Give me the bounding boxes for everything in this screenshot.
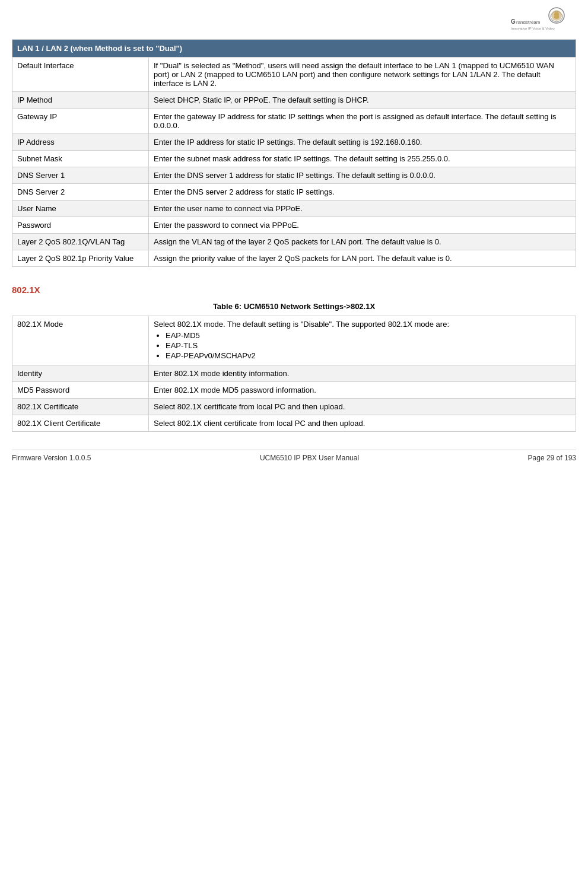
row-label: Layer 2 QoS 802.1p Priority Value xyxy=(12,250,149,267)
list-item: EAP-PEAPv0/MSCHAPv2 xyxy=(166,351,571,360)
row-label: 802.1X Certificate xyxy=(12,399,149,415)
table-row: DNS Server 2 Enter the DNS server 2 addr… xyxy=(12,184,576,201)
table-row: IP Address Enter the IP address for stat… xyxy=(12,134,576,151)
table-row: Layer 2 QoS 802.1Q/VLAN Tag Assign the V… xyxy=(12,234,576,250)
row-label: IP Method xyxy=(12,92,149,109)
footer-page: Page 29 of 193 xyxy=(528,454,576,462)
table-802: 802.1X Mode Select 802.1X mode. The defa… xyxy=(12,316,576,432)
row-desc: Enter 802.1X mode MD5 password informati… xyxy=(149,382,576,399)
row-label: Gateway IP xyxy=(12,109,149,134)
row-desc: Enter the subnet mask address for static… xyxy=(149,151,576,167)
table-row: MD5 Password Enter 802.1X mode MD5 passw… xyxy=(12,382,576,399)
table-row: Subnet Mask Enter the subnet mask addres… xyxy=(12,151,576,167)
row-desc: Select DHCP, Static IP, or PPPoE. The de… xyxy=(149,92,576,109)
row-label: Layer 2 QoS 802.1Q/VLAN Tag xyxy=(12,234,149,250)
table-row: 802.1X Certificate Select 802.1X certifi… xyxy=(12,399,576,415)
row-desc: Enter the DNS server 2 address for stati… xyxy=(149,184,576,201)
table-row: DNS Server 1 Enter the DNS server 1 addr… xyxy=(12,167,576,184)
list-item: EAP-TLS xyxy=(166,341,571,350)
row-desc: Enter the gateway IP address for static … xyxy=(149,109,576,134)
row-label: DNS Server 2 xyxy=(12,184,149,201)
row-label: Subnet Mask xyxy=(12,151,149,167)
table-caption-802: Table 6: UCM6510 Network Settings->802.1… xyxy=(12,302,576,311)
row-label: MD5 Password xyxy=(12,382,149,399)
svg-text:Innovative IP Voice & Video: Innovative IP Voice & Video xyxy=(511,27,555,30)
table-row: Gateway IP Enter the gateway IP address … xyxy=(12,109,576,134)
row-label: User Name xyxy=(12,201,149,217)
footer-manual: UCM6510 IP PBX User Manual xyxy=(260,454,359,462)
row-desc: Enter 802.1X mode identity information. xyxy=(149,365,576,382)
row-desc: Select 802.1X client certificate from lo… xyxy=(149,415,576,432)
row-desc: Assign the VLAN tag of the layer 2 QoS p… xyxy=(149,234,576,250)
table-row: User Name Enter the user name to connect… xyxy=(12,201,576,217)
table-row: Layer 2 QoS 802.1p Priority Value Assign… xyxy=(12,250,576,267)
row-label: Identity xyxy=(12,365,149,382)
row-desc: Select 802.1X certificate from local PC … xyxy=(149,399,576,415)
brand-logo: G randstream Innovative IP Voice & Video xyxy=(505,6,576,34)
table-row: 802.1X Mode Select 802.1X mode. The defa… xyxy=(12,316,576,365)
svg-text:randstream: randstream xyxy=(516,20,541,25)
footer-firmware: Firmware Version 1.0.0.5 xyxy=(12,454,91,462)
row-label: IP Address xyxy=(12,134,149,151)
row-desc: If "Dual" is selected as "Method", users… xyxy=(149,58,576,92)
table-row: 802.1X Client Certificate Select 802.1X … xyxy=(12,415,576,432)
table-row: Password Enter the password to connect v… xyxy=(12,217,576,234)
row-desc: Enter the DNS server 1 address for stati… xyxy=(149,167,576,184)
list-item: EAP-MD5 xyxy=(166,331,571,340)
row-desc: Select 802.1X mode. The default setting … xyxy=(149,316,576,365)
logo-area: G randstream Innovative IP Voice & Video xyxy=(12,6,576,34)
row-desc: Assign the priority value of the layer 2… xyxy=(149,250,576,267)
section-802-1x: 802.1X Table 6: UCM6510 Network Settings… xyxy=(12,285,576,432)
page-footer: Firmware Version 1.0.0.5 UCM6510 IP PBX … xyxy=(12,450,576,462)
row-label: Password xyxy=(12,217,149,234)
table-row: Identity Enter 802.1X mode identity info… xyxy=(12,365,576,382)
row-label: DNS Server 1 xyxy=(12,167,149,184)
lan-table-header: LAN 1 / LAN 2 (when Method is set to "Du… xyxy=(12,40,576,58)
table-row: IP Method Select DHCP, Static IP, or PPP… xyxy=(12,92,576,109)
row-label: 802.1X Mode xyxy=(12,316,149,365)
row-desc: Enter the password to connect via PPPoE. xyxy=(149,217,576,234)
svg-text:G: G xyxy=(511,18,516,25)
row-label: Default Interface xyxy=(12,58,149,92)
row-desc: Enter the IP address for static IP setti… xyxy=(149,134,576,151)
bullet-list: EAP-MD5EAP-TLSEAP-PEAPv0/MSCHAPv2 xyxy=(166,331,571,360)
section-802-title: 802.1X xyxy=(12,285,576,295)
table-row: Default Interface If "Dual" is selected … xyxy=(12,58,576,92)
row-label: 802.1X Client Certificate xyxy=(12,415,149,432)
row-desc: Enter the user name to connect via PPPoE… xyxy=(149,201,576,217)
lan-table: LAN 1 / LAN 2 (when Method is set to "Du… xyxy=(12,39,576,267)
